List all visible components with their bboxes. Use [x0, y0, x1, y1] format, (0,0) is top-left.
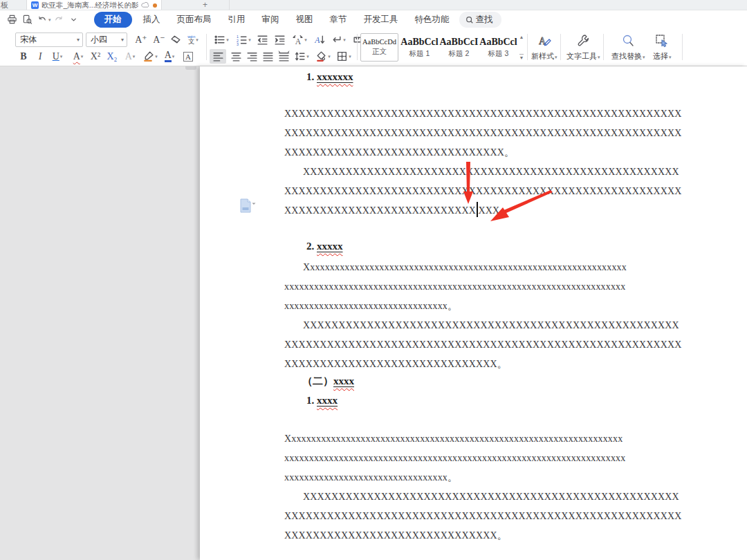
shading-color-icon[interactable]: ▾	[313, 49, 333, 64]
tab-page-layout[interactable]: 页面布局	[169, 12, 220, 28]
bold-button[interactable]: B	[15, 49, 32, 64]
select-cursor-icon	[655, 34, 669, 48]
tab-view[interactable]: 视图	[288, 12, 322, 28]
new-tab-button[interactable]: +	[181, 0, 230, 10]
align-left-button[interactable]	[210, 49, 226, 64]
text-tool-button[interactable]: 文字工具▾	[564, 32, 603, 63]
svg-text:A: A	[295, 37, 302, 46]
superscript-button[interactable]: X²	[87, 49, 104, 64]
svg-text:3: 3	[237, 42, 239, 46]
numbered-list-icon[interactable]: 123 ▾	[233, 32, 254, 47]
doc-paragraph-5: Xxxxxxxxxxxxxxxxxxxxxxxxxxxxxxxxxxxxxxxx…	[284, 429, 688, 487]
undo-icon[interactable]	[35, 13, 50, 27]
align-right-button[interactable]	[243, 49, 260, 64]
character-border-icon[interactable]: A	[180, 49, 196, 64]
line-break-icon[interactable]: ▾	[328, 32, 349, 47]
font-color-icon[interactable]: A ▾	[159, 49, 180, 64]
italic-button[interactable]: I	[32, 49, 48, 64]
tab-insert[interactable]: 插入	[135, 12, 169, 28]
menu-bar: ▾ 开始 插入 页面布局 引用 审阅 视图 章节 开发工具 特色功能 查找	[0, 11, 747, 28]
subscript-button[interactable]: X₂	[104, 49, 120, 64]
document-canvas: 1. xxxxxxx XXXXXXXXXXXXXXXXXXXXXXXXXXXXX…	[0, 66, 747, 560]
distribute-button[interactable]	[275, 49, 292, 64]
doc-heading-1: 1. xxxxxxx	[306, 71, 353, 83]
style-heading3[interactable]: AaBbCcl 标题 3	[479, 33, 517, 62]
font-size-select[interactable]: 小四▾	[86, 32, 127, 47]
decrease-font-icon[interactable]: A⁻	[151, 32, 167, 47]
redo-icon[interactable]	[51, 13, 66, 27]
find-replace-icon	[621, 34, 635, 48]
style-normal[interactable]: AaBbCcDd 正文	[360, 33, 398, 62]
doc-paragraph-1: XXXXXXXXXXXXXXXXXXXXXXXXXXXXXXXXXXXXXXXX…	[284, 104, 688, 162]
ribbon-toolbar: 刂 宋体▾ 小四▾ A⁺ A⁻ wén 文 ▾ B I U ▾ A ▾ X² X…	[0, 28, 747, 66]
clear-format-icon[interactable]	[167, 32, 184, 47]
unsaved-indicator-dot	[153, 3, 157, 8]
phonetic-guide-icon[interactable]: wén 文 ▾	[183, 32, 203, 47]
style-heading2[interactable]: AaBbCcI 标题 2	[440, 33, 478, 62]
highlight-color-icon[interactable]: ▾	[140, 49, 160, 64]
justify-button[interactable]	[259, 49, 276, 64]
document-tab[interactable]: W 欧亚非_海南离...经济增长的影响	[26, 0, 162, 10]
font-name-select[interactable]: 宋体▾	[15, 32, 83, 47]
print-preview-icon[interactable]	[19, 13, 35, 27]
increase-indent-icon[interactable]	[271, 32, 288, 47]
text-effects-button[interactable]: A ▾	[120, 49, 140, 64]
print-icon[interactable]	[4, 13, 19, 27]
new-style-button[interactable]: A 新样式▾	[528, 32, 560, 63]
undo-dropdown-caret[interactable]: ▾	[48, 17, 51, 23]
tab-home[interactable]: 开始	[94, 12, 132, 28]
window-tab-bar: 板 W 欧亚非_海南离...经济增长的影响 +	[0, 0, 747, 10]
styles-scroll-up-icon[interactable]: ▲	[519, 35, 524, 39]
increase-font-icon[interactable]: A⁺	[133, 32, 149, 47]
underline-button[interactable]: U ▾	[47, 49, 68, 64]
doc-paragraph-3: Xxxxxxxxxxxxxxxxxxxxxxxxxxxxxxxxxxxxxxxx…	[284, 258, 688, 316]
new-style-icon: A	[537, 34, 551, 48]
tab-references[interactable]: 引用	[220, 12, 254, 28]
svg-text:A: A	[314, 36, 320, 45]
styles-expand-icon[interactable]: ▼	[519, 54, 524, 60]
customize-toolbar-chevron-icon[interactable]	[66, 13, 82, 27]
line-spacing-icon[interactable]: ▾	[291, 49, 312, 64]
tab-section[interactable]: 章节	[322, 12, 356, 28]
select-button[interactable]: 选择▾	[650, 32, 674, 63]
text-direction-icon[interactable]: A	[311, 32, 327, 47]
floating-paste-options-icon[interactable]	[239, 198, 260, 214]
search-icon	[465, 16, 474, 24]
tab-developer[interactable]: 开发工具	[356, 12, 407, 28]
doc-heading-3: （二）xxxx	[302, 375, 354, 388]
find-search-pill[interactable]: 查找	[459, 12, 501, 28]
doc-paragraph-6: XXXXXXXXXXXXXXXXXXXXXXXXXXXXXXXXXXXXXXXX…	[284, 487, 688, 545]
align-center-button[interactable]	[228, 49, 244, 64]
document-page[interactable]: 1. xxxxxxx XXXXXXXXXXXXXXXXXXXXXXXXXXXXX…	[200, 66, 747, 560]
decrease-indent-icon[interactable]	[254, 32, 270, 47]
doc-heading-4: 1. xxxx	[306, 395, 338, 407]
find-label: 查找	[476, 14, 493, 26]
tab-special-features[interactable]: 特色功能	[407, 12, 458, 28]
wps-doc-icon: W	[31, 1, 39, 9]
doc-paragraph-2: XXXXXXXXXXXXXXXXXXXXXXXXXXXXXXXXXXXXXXXX…	[284, 162, 688, 221]
background-tab[interactable]: 板	[1, 0, 8, 10]
wrench-icon	[576, 34, 590, 48]
doc-heading-2: 2. xxxxx	[306, 241, 343, 252]
document-tab-title: 欧亚非_海南离...经济增长的影响	[42, 1, 138, 10]
canvas-handle[interactable]	[185, 66, 196, 70]
strikethrough-button[interactable]: A ▾	[68, 49, 89, 64]
tab-review[interactable]: 审阅	[254, 12, 288, 28]
style-heading1[interactable]: AaBbCcl 标题 1	[400, 33, 439, 62]
cloud-sync-icon	[141, 2, 150, 8]
bullet-list-icon[interactable]: ▾	[211, 32, 232, 47]
borders-icon[interactable]: ▾	[333, 49, 354, 64]
character-scale-icon[interactable]: A ▾	[288, 32, 311, 47]
text-cursor	[477, 202, 478, 217]
find-replace-button[interactable]: 查找替换▾	[609, 32, 648, 63]
doc-paragraph-4: XXXXXXXXXXXXXXXXXXXXXXXXXXXXXXXXXXXXXXXX…	[284, 316, 688, 374]
